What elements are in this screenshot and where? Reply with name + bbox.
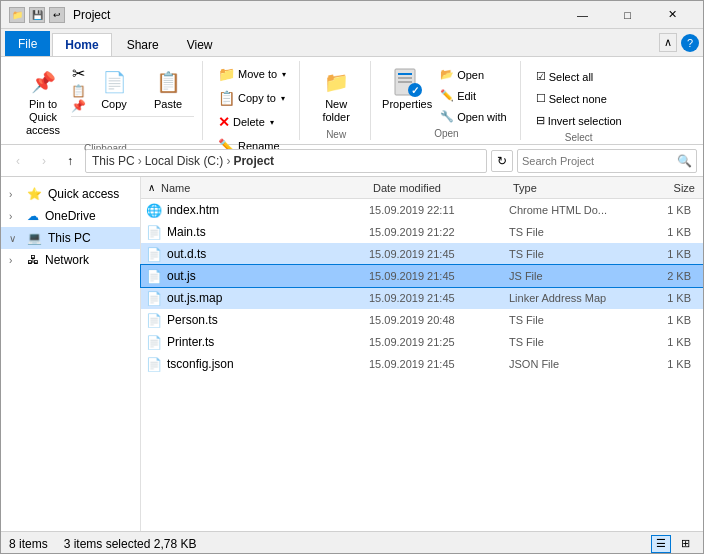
delete-icon: ✕ — [218, 114, 230, 130]
breadcrumb-local-disk[interactable]: Local Disk (C:) — [145, 154, 224, 168]
file-size: 1 KB — [639, 314, 699, 326]
file-name: out.js.map — [167, 291, 369, 305]
table-row[interactable]: 📄 Main.ts 15.09.2019 21:22 TS File 1 KB — [141, 221, 703, 243]
help-icon[interactable]: ? — [681, 34, 699, 52]
table-row[interactable]: 📄 Person.ts 15.09.2019 20:48 TS File 1 K… — [141, 309, 703, 331]
tab-view[interactable]: View — [174, 33, 226, 56]
svg-text:✓: ✓ — [411, 85, 419, 96]
col-header-size[interactable]: Size — [639, 182, 699, 194]
edit-button[interactable]: ✏️ Edit — [435, 86, 512, 105]
file-type: JS File — [509, 270, 639, 282]
forward-button[interactable]: › — [33, 150, 55, 172]
cut-icon: ✂ — [72, 64, 85, 83]
invert-selection-button[interactable]: ⊟ Invert selection — [531, 111, 627, 130]
move-to-button[interactable]: 📁 Move to ▾ — [213, 63, 291, 85]
file-date: 15.09.2019 21:45 — [369, 292, 509, 304]
copy-icon: 📄 — [98, 66, 130, 98]
file-size: 2 KB — [639, 270, 699, 282]
select-content: ☑ Select all ☐ Select none ⊟ Invert sele… — [531, 63, 627, 130]
search-box[interactable]: 🔍 — [517, 149, 697, 173]
view-details-button[interactable]: ☰ — [651, 535, 671, 553]
file-icon: 📄 — [145, 289, 163, 307]
item-count: 8 items — [9, 537, 48, 551]
file-list-header: ∧ Name Date modified Type Size — [141, 177, 703, 199]
new-folder-button[interactable]: 📁 Newfolder — [310, 63, 362, 127]
copy-button[interactable]: 📄 Copy — [88, 63, 140, 114]
sidebar-item-quick-access[interactable]: › ⭐ Quick access — [1, 183, 140, 205]
tab-share[interactable]: Share — [114, 33, 172, 56]
tab-file[interactable]: File — [5, 31, 50, 56]
table-row[interactable]: 📄 out.d.ts 15.09.2019 21:45 TS File 1 KB — [141, 243, 703, 265]
file-date: 15.09.2019 22:11 — [369, 204, 509, 216]
organize-content: 📁 Move to ▾ 📋 Copy to ▾ ✕ Delete ▾ ✏️ Re… — [213, 63, 291, 157]
properties-label: Properties — [382, 98, 432, 111]
title-bar-icons: 📁 💾 ↩ — [9, 7, 65, 23]
sidebar-item-network[interactable]: › 🖧 Network — [1, 249, 140, 271]
delete-arrow: ▾ — [270, 118, 274, 127]
pin-icon: 📌 — [27, 66, 59, 98]
breadcrumb-project[interactable]: Project — [233, 154, 274, 168]
open-button[interactable]: 📂 Open — [435, 65, 512, 84]
new-folder-label: Newfolder — [322, 98, 350, 124]
status-bar: 8 items 3 items selected 2,78 KB ☰ ⊞ — [1, 531, 703, 554]
tab-home[interactable]: Home — [52, 33, 111, 56]
file-date: 15.09.2019 21:45 — [369, 270, 509, 282]
quick-access-toolbar-save[interactable]: 💾 — [29, 7, 45, 23]
select-group: ☑ Select all ☐ Select none ⊟ Invert sele… — [523, 61, 635, 140]
sidebar-item-onedrive[interactable]: › ☁ OneDrive — [1, 205, 140, 227]
table-row[interactable]: 📄 Printer.ts 15.09.2019 21:25 TS File 1 … — [141, 331, 703, 353]
svg-rect-2 — [398, 77, 412, 79]
file-icon: 📄 — [145, 245, 163, 263]
quick-access-label: Quick access — [48, 187, 119, 201]
view-large-icons-button[interactable]: ⊞ — [675, 535, 695, 553]
quick-access-toolbar-undo[interactable]: ↩ — [49, 7, 65, 23]
address-bar: ‹ › ↑ This PC › Local Disk (C:) › Projec… — [1, 145, 703, 177]
file-type: Linker Address Map — [509, 292, 639, 304]
file-size: 1 KB — [639, 358, 699, 370]
copy-to-button[interactable]: 📋 Copy to ▾ — [213, 87, 291, 109]
file-type: TS File — [509, 226, 639, 238]
paste-shortcut-icon: 📌 — [71, 99, 86, 113]
file-size: 1 KB — [639, 226, 699, 238]
sidebar: › ⭐ Quick access › ☁ OneDrive ∨ 💻 This P… — [1, 177, 141, 531]
pin-to-quick-access-button[interactable]: 📌 Pin to Quickaccess — [17, 63, 69, 141]
up-button[interactable]: ↑ — [59, 150, 81, 172]
breadcrumb-this-pc[interactable]: This PC — [92, 154, 135, 168]
move-to-label: Move to — [238, 68, 277, 80]
selection-info: 3 items selected 2,78 KB — [64, 537, 197, 551]
sidebar-item-this-pc[interactable]: ∨ 💻 This PC — [1, 227, 140, 249]
file-type: TS File — [509, 248, 639, 260]
file-name: Person.ts — [167, 313, 369, 327]
table-row[interactable]: 🌐 index.htm 15.09.2019 22:11 Chrome HTML… — [141, 199, 703, 221]
ribbon-collapse-icon[interactable]: ∧ — [659, 33, 677, 52]
delete-button[interactable]: ✕ Delete ▾ — [213, 111, 291, 133]
copy-to-arrow: ▾ — [281, 94, 285, 103]
minimize-button[interactable]: — — [560, 1, 605, 29]
table-row[interactable]: 📄 tsconfig.json 15.09.2019 21:45 JSON Fi… — [141, 353, 703, 375]
quick-access-icon: ⭐ — [27, 187, 42, 201]
file-size: 1 KB — [639, 204, 699, 216]
file-icon: 📄 — [145, 223, 163, 241]
table-row[interactable]: 📄 out.js 15.09.2019 21:45 JS File 2 KB — [141, 265, 703, 287]
select-none-button[interactable]: ☐ Select none — [531, 89, 627, 108]
close-button[interactable]: ✕ — [650, 1, 695, 29]
open-with-button[interactable]: 🔧 Open with — [435, 107, 512, 126]
properties-button[interactable]: ✓ Properties — [381, 63, 433, 114]
col-header-name[interactable]: Name — [157, 182, 369, 194]
col-header-type[interactable]: Type — [509, 182, 639, 194]
select-all-button[interactable]: ☑ Select all — [531, 67, 627, 86]
clipboard-group: 📌 Pin to Quickaccess ✂ 📋 📌 📄 Copy 📋 — [9, 61, 203, 140]
breadcrumb[interactable]: This PC › Local Disk (C:) › Project — [85, 149, 487, 173]
select-all-icon: ☑ — [536, 70, 546, 83]
search-input[interactable] — [522, 155, 677, 167]
file-name: tsconfig.json — [167, 357, 369, 371]
table-row[interactable]: 📄 out.js.map 15.09.2019 21:45 Linker Add… — [141, 287, 703, 309]
network-label: Network — [45, 253, 89, 267]
col-header-date[interactable]: Date modified — [369, 182, 509, 194]
paste-button[interactable]: 📋 Paste — [142, 63, 194, 114]
back-button[interactable]: ‹ — [7, 150, 29, 172]
this-pc-icon: 💻 — [27, 231, 42, 245]
maximize-button[interactable]: □ — [605, 1, 650, 29]
refresh-button[interactable]: ↻ — [491, 150, 513, 172]
svg-rect-1 — [398, 73, 412, 75]
